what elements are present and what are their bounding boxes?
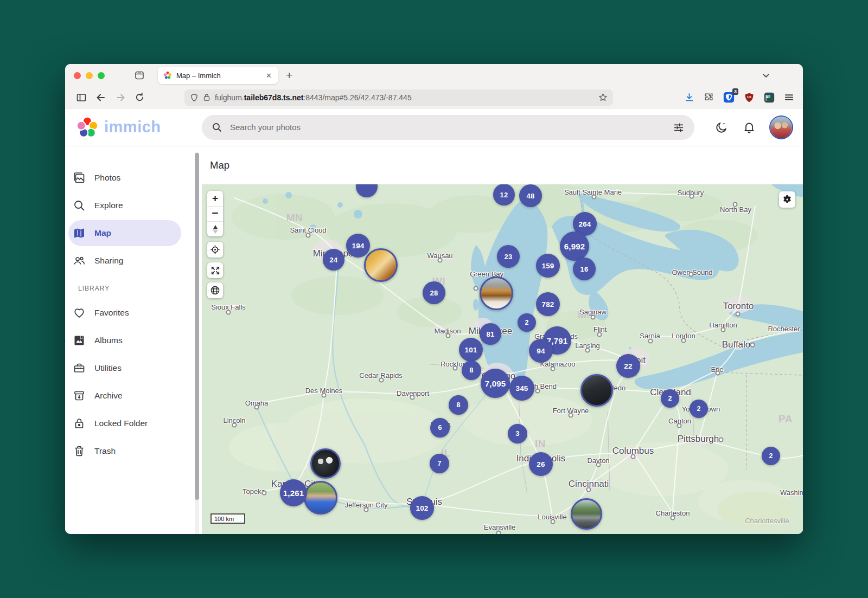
map-cluster-marker[interactable]: 24 xyxy=(323,249,344,271)
sidebar-item-map[interactable]: Map xyxy=(68,220,181,246)
reload-button[interactable] xyxy=(135,92,145,103)
bitwarden-badge: 3 xyxy=(732,88,738,95)
photo-cluster-woman-blue[interactable] xyxy=(304,481,337,515)
map-cluster-marker[interactable]: 6,992 xyxy=(560,232,589,261)
map-cluster-marker[interactable]: 2 xyxy=(762,447,780,465)
bitwarden-extension-icon[interactable]: 3 xyxy=(723,92,735,103)
map-cluster-marker[interactable]: 1,261 xyxy=(280,479,307,506)
photo-cluster-sandwich[interactable] xyxy=(480,277,513,310)
map-cluster-marker[interactable]: 26 xyxy=(529,452,553,476)
photos-icon xyxy=(73,171,86,184)
map-cluster-marker[interactable]: 12 xyxy=(493,184,515,205)
library-section-label: LIBRARY xyxy=(78,285,202,292)
map-cluster-marker[interactable]: 94 xyxy=(529,339,553,363)
sidebar-item-locked-folder[interactable]: Locked Folder xyxy=(68,410,181,436)
photo-cluster-dashboard[interactable] xyxy=(310,448,341,479)
map-cluster-marker[interactable]: 2 xyxy=(690,400,708,418)
map-cluster-marker[interactable]: 2 xyxy=(518,313,536,332)
scrollbar-thumb[interactable] xyxy=(195,153,199,500)
menu-hamburger-icon[interactable] xyxy=(784,92,794,102)
url-bar[interactable]: fulghum.taileb67d8.ts.net:8443/map#5.26/… xyxy=(184,89,613,106)
map-cluster-marker[interactable]: 101 xyxy=(459,338,483,362)
sidebar-item-photos[interactable]: Photos xyxy=(68,165,181,191)
immich-logo[interactable]: immich xyxy=(76,116,202,139)
tracking-shield-icon[interactable] xyxy=(190,93,199,102)
map-cluster-marker[interactable]: 159 xyxy=(536,254,560,278)
map-cluster-marker[interactable]: 81 xyxy=(480,323,501,345)
map-zoom-controls: + − xyxy=(207,191,223,236)
city-dot xyxy=(716,371,720,376)
sidebar-item-archive[interactable]: Archive xyxy=(68,383,181,409)
map-cluster-marker[interactable]: 7 xyxy=(430,454,449,473)
city-label: Washington xyxy=(780,488,803,497)
sidebar-scrollbar[interactable] xyxy=(195,152,199,534)
photo-cluster-car-interior[interactable] xyxy=(580,374,613,407)
fullscreen-button[interactable] xyxy=(207,262,223,278)
sidebar-item-favorites[interactable]: Favorites xyxy=(68,300,181,326)
map-canvas[interactable]: MNWIMIILINPASault Sainte MarieSudburyNor… xyxy=(202,184,803,534)
city-dot xyxy=(262,491,267,496)
city-dot xyxy=(453,366,458,371)
user-avatar[interactable] xyxy=(770,117,792,138)
city-dot xyxy=(322,393,327,398)
sidebar-item-albums[interactable]: ❯ Albums xyxy=(68,327,181,353)
compass-button[interactable] xyxy=(207,221,223,236)
lock-icon xyxy=(73,417,86,430)
search-input[interactable] xyxy=(230,123,665,132)
sidebar-item-utilities[interactable]: Utilities xyxy=(68,355,181,381)
map-cluster-marker[interactable]: 22 xyxy=(616,354,640,378)
forward-button[interactable] xyxy=(115,92,126,103)
map-cluster-marker[interactable]: 8 xyxy=(462,361,481,380)
ublock-extension-icon[interactable]: U0 xyxy=(744,92,755,103)
map-cluster-marker[interactable]: 3 xyxy=(508,424,527,443)
map-cluster-marker[interactable]: 2 xyxy=(661,389,679,408)
back-button[interactable] xyxy=(95,92,106,103)
map-cluster-marker[interactable]: 194 xyxy=(346,234,370,258)
map-cluster-marker[interactable]: 6 xyxy=(430,418,450,438)
notifications-bell-icon[interactable] xyxy=(743,121,756,134)
map-cluster-marker[interactable]: 345 xyxy=(509,376,534,401)
search-bar[interactable] xyxy=(202,115,694,140)
photo-cluster-highway[interactable] xyxy=(571,498,602,530)
city-label: Toronto xyxy=(723,301,754,312)
city-dot xyxy=(232,423,237,428)
tab-map-immich[interactable]: Map – Immich ✕ xyxy=(158,67,278,84)
downloads-icon[interactable] xyxy=(684,92,694,102)
sidebar-item-explore[interactable]: Explore xyxy=(68,192,181,218)
city-dot xyxy=(721,327,726,332)
map-cluster-marker[interactable]: 16 xyxy=(573,258,596,280)
svg-text:U0: U0 xyxy=(747,95,751,99)
firefox-view-icon[interactable] xyxy=(134,70,145,81)
globe-projection-button[interactable] xyxy=(207,282,223,298)
filter-sliders-icon[interactable] xyxy=(673,121,685,133)
new-tab-button[interactable]: + xyxy=(286,69,292,82)
tab-close-icon[interactable]: ✕ xyxy=(265,72,273,80)
close-window-button[interactable] xyxy=(74,72,81,79)
map-cluster-marker[interactable]: 7,095 xyxy=(481,369,510,398)
sidebar-toggle-icon[interactable] xyxy=(76,92,87,103)
map-cluster-marker[interactable]: 23 xyxy=(497,245,520,268)
tailscale-extension-icon[interactable] xyxy=(764,92,775,103)
locate-me-button[interactable] xyxy=(207,242,223,258)
map-cluster-marker[interactable]: 102 xyxy=(410,496,434,520)
albums-expand-chevron-icon[interactable]: ❯ xyxy=(65,337,66,344)
photo-cluster-cafe-poster[interactable] xyxy=(364,248,398,282)
zoom-in-button[interactable]: + xyxy=(207,191,223,206)
map-cluster-marker[interactable]: 782 xyxy=(536,292,560,316)
browser-tab-strip: Map – Immich ✕ + xyxy=(65,64,803,87)
minimize-window-button[interactable] xyxy=(86,72,93,79)
map-cluster-marker[interactable]: 48 xyxy=(519,184,542,207)
maximize-window-button[interactable] xyxy=(98,72,105,79)
map-settings-gear-button[interactable] xyxy=(779,191,795,208)
sidebar-item-sharing[interactable]: Sharing xyxy=(68,248,181,274)
city-dot xyxy=(446,333,451,338)
bookmark-star-icon[interactable] xyxy=(598,93,608,102)
tab-list-chevron-icon[interactable] xyxy=(762,71,770,80)
dark-mode-moon-icon[interactable] xyxy=(715,121,728,134)
sidebar-item-trash[interactable]: Trash xyxy=(68,438,181,464)
zoom-out-button[interactable]: − xyxy=(207,206,223,221)
city-dot xyxy=(474,286,478,291)
map-cluster-marker[interactable]: 8 xyxy=(449,395,468,415)
extensions-puzzle-icon[interactable] xyxy=(704,92,714,102)
map-cluster-marker[interactable]: 28 xyxy=(423,281,445,304)
